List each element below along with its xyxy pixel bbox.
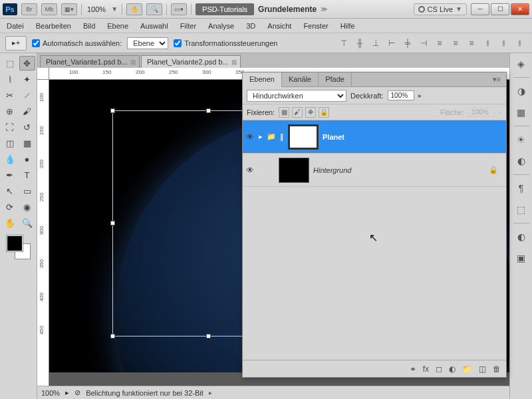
distribute-2-icon[interactable]: ≡ <box>448 36 463 51</box>
color-swatches[interactable] <box>7 235 31 259</box>
align-right-icon[interactable]: ⊣ <box>416 36 431 51</box>
marquee-tool[interactable]: ⬚ <box>2 56 18 70</box>
history-dock-icon[interactable]: ◐ <box>513 229 529 245</box>
path-tool[interactable]: ↖ <box>2 184 18 198</box>
crop-tool[interactable]: ✂ <box>2 88 18 102</box>
menu-fenster[interactable]: Fenster <box>303 22 328 30</box>
fill-value[interactable]: 100% <box>468 107 495 117</box>
opacity-value[interactable]: 100% <box>388 90 414 100</box>
masks-dock-icon[interactable]: ◐ <box>513 153 529 169</box>
layer-thumbnail[interactable] <box>279 158 309 183</box>
tab-pfade[interactable]: Pfade <box>319 72 352 86</box>
link-layers-icon[interactable]: ⚭ <box>410 364 416 374</box>
layers-dock-icon[interactable]: ◈ <box>513 56 529 72</box>
transform-handle[interactable] <box>206 108 211 113</box>
status-more-icon[interactable]: ▸ <box>209 389 212 396</box>
document-tab[interactable]: Planet_Variante1.psd b...⊠ <box>40 55 140 68</box>
bridge-button[interactable]: Br <box>21 3 37 15</box>
menu-hilfe[interactable]: Hilfe <box>340 22 355 30</box>
ruler-origin[interactable] <box>37 68 49 80</box>
adjustments-dock-icon[interactable]: ☀ <box>513 132 529 148</box>
lock-transparency-icon[interactable]: ▦ <box>279 107 289 118</box>
transform-controls-checkbox[interactable]: Transformationssteuerungen <box>174 39 277 47</box>
minibridge-button[interactable]: Mb <box>41 3 57 15</box>
mask-link-icon[interactable]: ‖ <box>280 132 284 141</box>
gradient-tool[interactable]: ▦ <box>19 136 35 150</box>
status-zoom[interactable]: 100% <box>41 389 60 397</box>
panel-menu-icon[interactable]: ▾≡ <box>487 72 506 86</box>
styles-dock-icon[interactable]: ⬚ <box>513 201 529 217</box>
eraser-tool[interactable]: ◫ <box>2 136 18 150</box>
distribute-3-icon[interactable]: ≡ <box>464 36 479 51</box>
close-tab-icon[interactable]: ⊠ <box>130 59 136 66</box>
lock-all-icon[interactable]: 🔒 <box>319 107 329 118</box>
expand-icon[interactable]: ▸ <box>259 132 263 141</box>
transform-handle[interactable] <box>110 334 115 338</box>
3d-tool[interactable]: ⟳ <box>2 200 18 214</box>
align-top-icon[interactable]: ⊤ <box>336 36 351 51</box>
maximize-button[interactable]: ☐ <box>491 3 509 15</box>
layer-name[interactable]: Planet <box>323 133 344 141</box>
close-tab-icon[interactable]: ⊠ <box>231 59 237 66</box>
menu-datei[interactable]: Datei <box>7 22 24 30</box>
view-extras-button[interactable]: ▦▾ <box>61 3 77 15</box>
opacity-slider-icon[interactable]: ▸ <box>418 92 422 99</box>
layer-style-icon[interactable]: fx <box>423 364 429 374</box>
layer-mask-icon[interactable]: ◻ <box>436 364 442 374</box>
document-tab[interactable]: Planet_Variante2.psd b...⊠ <box>141 55 241 68</box>
menu-auswahl[interactable]: Auswahl <box>140 22 168 30</box>
stamp-tool[interactable]: ⛶ <box>2 120 18 134</box>
status-icon[interactable]: ▸ <box>65 388 69 397</box>
align-hcenter-icon[interactable]: ╪ <box>400 36 415 51</box>
zoom-dropdown-icon[interactable]: ▼ <box>111 5 118 13</box>
camera-tool[interactable]: ◉ <box>19 200 35 214</box>
healing-tool[interactable]: ⊕ <box>2 104 18 118</box>
menu-ebene[interactable]: Ebene <box>107 22 128 30</box>
distribute-4-icon[interactable]: ⦀ <box>480 36 495 51</box>
blend-mode-dropdown[interactable]: Hindurchwirken <box>247 90 346 102</box>
history-brush-tool[interactable]: ↺ <box>19 120 35 134</box>
swatches-dock-icon[interactable]: ▦ <box>513 104 529 120</box>
zoom-tool-button[interactable]: 🔍 <box>146 3 162 15</box>
layer-row[interactable]: 👁 ▸ 📁 ‖ Planet <box>243 120 506 154</box>
menu-analyse[interactable]: Analyse <box>208 22 234 30</box>
transform-handle[interactable] <box>110 221 115 225</box>
fill-slider-icon[interactable]: ▸ <box>499 108 502 116</box>
delete-layer-icon[interactable]: 🗑 <box>493 364 501 374</box>
type-tool[interactable]: T <box>19 168 35 182</box>
new-group-icon[interactable]: 📁 <box>462 364 472 374</box>
new-layer-icon[interactable]: ◫ <box>479 364 486 374</box>
distribute-1-icon[interactable]: ≡ <box>432 36 447 51</box>
lock-pixels-icon[interactable]: 🖌 <box>292 107 303 118</box>
menu-bild[interactable]: Bild <box>83 22 95 30</box>
visibility-icon[interactable]: 👁 <box>245 166 255 175</box>
menu-bearbeiten[interactable]: Bearbeiten <box>36 22 71 30</box>
shape-tool[interactable]: ▭ <box>19 184 35 198</box>
layer-name[interactable]: Hintergrund <box>313 166 351 174</box>
distribute-5-icon[interactable]: ⦀ <box>496 36 511 51</box>
workspace-preset[interactable]: PSD-Tutorials <box>196 3 254 15</box>
auto-select-checkbox[interactable]: Automatisch auswählen: <box>32 39 122 47</box>
character-dock-icon[interactable]: ¶ <box>513 180 529 196</box>
auto-select-dropdown[interactable]: Ebene <box>127 37 168 49</box>
adjustment-layer-icon[interactable]: ◐ <box>449 364 456 374</box>
workspace-name[interactable]: Grundelemente <box>258 5 317 14</box>
align-left-icon[interactable]: ⊢ <box>384 36 399 51</box>
wand-tool[interactable]: ✦ <box>19 72 35 86</box>
foreground-color[interactable] <box>7 235 23 251</box>
tab-ebenen[interactable]: Ebenen <box>243 72 282 87</box>
menu-filter[interactable]: Filter <box>180 22 196 30</box>
distribute-6-icon[interactable]: ⦀ <box>512 36 527 51</box>
zoom-level[interactable]: 100% <box>86 5 107 13</box>
move-tool[interactable]: ✥ <box>19 56 35 70</box>
hand-tool[interactable]: ✋ <box>2 215 18 230</box>
workspace-more-icon[interactable]: ≫ <box>321 5 327 13</box>
transform-handle[interactable] <box>110 108 115 113</box>
tab-kanale[interactable]: Kanäle <box>282 72 319 86</box>
pen-tool[interactable]: ✒ <box>2 168 18 182</box>
zoom-tool[interactable]: 🔍 <box>19 215 35 230</box>
close-button[interactable]: ✕ <box>511 3 529 15</box>
lasso-tool[interactable]: ⌇ <box>2 72 18 86</box>
navigator-dock-icon[interactable]: ▣ <box>513 250 529 266</box>
layer-row[interactable]: 👁 Hintergrund 🔒 <box>243 154 506 187</box>
